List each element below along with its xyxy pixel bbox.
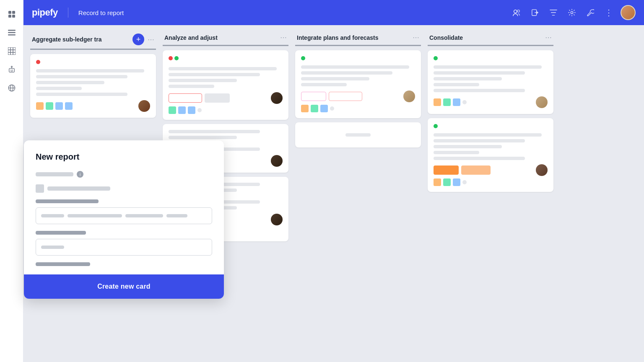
column-more-integrate[interactable]: ⋯ — [413, 34, 419, 41]
svg-rect-2 — [8, 15, 11, 18]
avatar[interactable] — [621, 5, 636, 20]
form-thumbnail — [36, 184, 44, 193]
sidebar-item-table[interactable] — [4, 44, 19, 59]
form-section-label — [36, 199, 99, 203]
card-line — [434, 139, 525, 142]
card-icon — [46, 102, 53, 110]
form-input-1[interactable] — [36, 207, 212, 224]
svg-rect-7 — [8, 47, 16, 55]
card-line — [169, 67, 277, 70]
card-line — [434, 89, 525, 92]
column-consolidate: Consolidate ⋯ — [428, 34, 553, 192]
input-placeholder — [41, 214, 64, 217]
card-icon — [301, 105, 309, 112]
card-line — [169, 136, 237, 139]
svg-point-25 — [571, 11, 573, 13]
sidebar-item-globe[interactable] — [4, 80, 19, 96]
settings-icon[interactable] — [565, 6, 579, 19]
card-avatar — [271, 155, 283, 167]
card-icon — [311, 105, 318, 112]
card-icons — [169, 106, 283, 114]
topbar: pipefy Record to report — [23, 0, 644, 25]
svg-rect-4 — [8, 30, 16, 31]
card-line — [434, 65, 542, 69]
card-icon — [65, 102, 73, 110]
card-line — [36, 93, 127, 96]
svg-rect-12 — [9, 68, 14, 72]
card-footer — [434, 164, 548, 176]
input-placeholder — [125, 214, 163, 217]
topbar-actions: ⋮ — [510, 5, 636, 20]
card — [295, 50, 421, 118]
input-placeholder — [166, 214, 187, 217]
svg-rect-1 — [12, 11, 15, 14]
card-line — [434, 77, 502, 80]
more-options-icon[interactable]: ⋮ — [602, 6, 615, 19]
form-input-2[interactable] — [36, 239, 212, 256]
logo-text: pipefy — [32, 7, 58, 18]
card-icon — [188, 106, 195, 114]
card-line — [434, 145, 502, 148]
card-line — [301, 83, 347, 86]
card — [295, 122, 421, 147]
card-icon — [434, 98, 441, 106]
column-more-aggregate[interactable]: ⋯ — [148, 36, 154, 44]
card-avatar — [536, 164, 548, 176]
create-new-card-button[interactable]: Create new card — [97, 283, 151, 290]
card-icon — [453, 98, 460, 106]
svg-point-22 — [517, 10, 519, 12]
svg-rect-0 — [8, 11, 11, 14]
card-line — [36, 87, 82, 90]
svg-rect-5 — [8, 32, 16, 34]
sidebar-item-list[interactable] — [4, 25, 19, 40]
column-more-consolidate[interactable]: ⋯ — [545, 34, 552, 41]
card-status-dot — [434, 56, 438, 60]
wrench-icon[interactable] — [584, 6, 597, 19]
avatar-image — [621, 6, 635, 19]
card-icons — [434, 98, 467, 106]
card-icon-dot — [462, 100, 467, 104]
card-tag-pink-outline — [301, 92, 326, 101]
column-title-aggregate: Aggregate sub-ledger tra — [32, 36, 129, 43]
card-avatar — [536, 96, 548, 108]
card-line — [434, 83, 479, 86]
card-line — [169, 79, 237, 82]
column-more-analyze[interactable]: ⋯ — [280, 34, 287, 41]
card-avatar — [403, 90, 415, 102]
sidebar-item-robot[interactable] — [4, 62, 19, 77]
card-tag-orange — [434, 165, 459, 175]
card-line — [301, 77, 369, 80]
sidebar-item-grid[interactable] — [4, 7, 19, 22]
card-tag-orange2 — [461, 165, 491, 175]
card-icon — [453, 178, 460, 186]
form-label — [47, 186, 110, 191]
card-loading — [345, 133, 371, 137]
logo-divider — [68, 8, 68, 18]
card-line — [434, 71, 525, 75]
card — [428, 50, 553, 114]
card-line — [169, 73, 260, 76]
card-icon — [320, 105, 328, 112]
column-title-consolidate: Consolidate — [429, 34, 542, 41]
users-icon[interactable] — [510, 6, 523, 19]
login-icon[interactable] — [528, 6, 542, 19]
column-add-button-aggregate[interactable]: + — [132, 34, 144, 45]
new-report-modal: New report i — [24, 140, 224, 299]
card-tag — [205, 93, 230, 103]
input-placeholder — [68, 214, 122, 217]
card — [428, 118, 553, 192]
column-title-integrate: Integrate plans and forecasts — [297, 34, 409, 41]
card-line — [169, 85, 214, 88]
card-icon — [169, 106, 176, 114]
card-footer — [169, 92, 283, 104]
filter-icon[interactable] — [547, 6, 560, 19]
card-dots — [169, 56, 283, 64]
card-line — [301, 65, 409, 69]
column-header-analyze: Analyze and adjust ⋯ — [163, 34, 288, 46]
card-status-dot — [301, 56, 305, 60]
card-icon — [434, 178, 441, 186]
card-icon-dot — [462, 180, 467, 184]
card-line — [36, 69, 144, 72]
info-icon: i — [77, 171, 83, 178]
svg-point-16 — [11, 66, 12, 67]
